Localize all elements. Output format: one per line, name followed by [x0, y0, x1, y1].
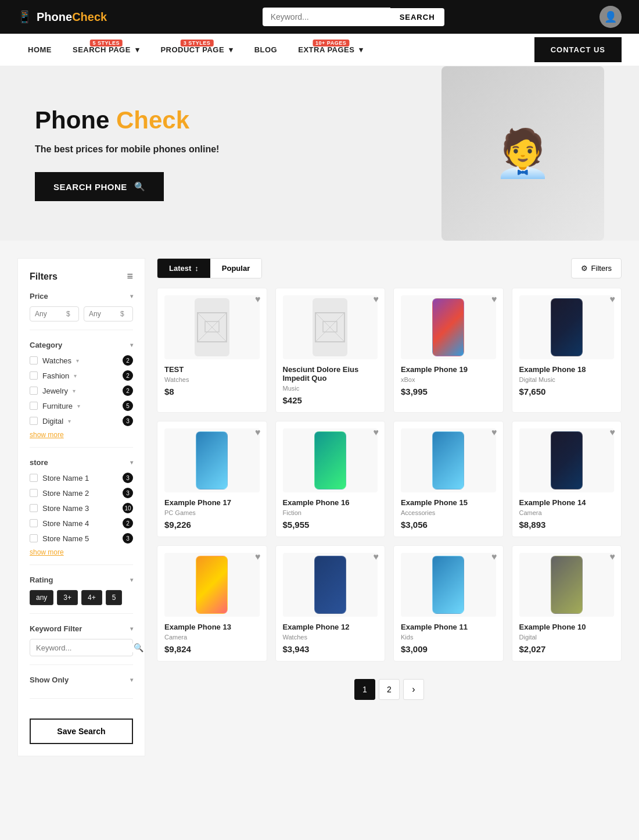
- store4-badge: 2: [123, 518, 133, 528]
- product-store: Accessories: [401, 509, 496, 516]
- product-price: $3,995: [401, 387, 496, 396]
- product-store: Digital: [519, 634, 615, 641]
- fashion-badge: 2: [123, 370, 133, 381]
- store-name-5: Store Name 5 3: [30, 533, 133, 544]
- keyword-input-container: 🔍: [30, 639, 133, 656]
- wishlist-button[interactable]: ♥: [374, 427, 379, 438]
- main-nav: HOME 5 STYLES SEARCH PAGE ▾ 3 STYLES PRO…: [0, 34, 639, 66]
- logo: 📱 PhoneCheck: [17, 10, 107, 24]
- product-card[interactable]: ♥ Example Phone 16 Fiction $5,955: [275, 421, 386, 537]
- rating-any-button[interactable]: any: [30, 590, 53, 605]
- product-name: Example Phone 15: [401, 498, 496, 507]
- product-price: $7,650: [519, 387, 615, 396]
- avatar[interactable]: 👤: [599, 6, 622, 28]
- hero-title-black: Phone: [35, 106, 109, 134]
- product-image: [283, 428, 378, 492]
- product-card[interactable]: ♥ Example Phone 13 Camera $9,824: [157, 545, 267, 662]
- filters-toggle-button[interactable]: ⚙ Filters: [571, 258, 622, 278]
- wishlist-button[interactable]: ♥: [491, 552, 497, 562]
- max-price-field[interactable]: [89, 310, 118, 318]
- furniture-checkbox[interactable]: [30, 402, 38, 410]
- product-price: $425: [283, 395, 378, 405]
- contact-button[interactable]: CONTACT US: [534, 37, 622, 62]
- hero-search-button[interactable]: SEARCH PHONE 🔍: [35, 172, 164, 201]
- store5-checkbox[interactable]: [30, 534, 38, 542]
- watches-arrow-icon: ▾: [76, 358, 79, 364]
- product-store: Camera: [164, 634, 260, 641]
- store1-checkbox[interactable]: [30, 474, 38, 482]
- product-card[interactable]: ♥ Example Phone 17 PC Games $9,226: [157, 421, 267, 537]
- keyword-filter-label[interactable]: Keyword Filter ▾: [30, 624, 133, 633]
- wishlist-button[interactable]: ♥: [255, 427, 261, 438]
- rating-5-button[interactable]: 5: [106, 590, 123, 605]
- logo-check: Check: [72, 10, 107, 23]
- category-digital: Digital ▾ 3: [30, 416, 133, 426]
- product-image: [519, 553, 615, 617]
- product-card[interactable]: ♥ Example Phone 12 Watches $3,943: [275, 545, 386, 662]
- product-store: Camera: [519, 509, 615, 516]
- wishlist-button[interactable]: ♥: [255, 294, 261, 305]
- nav-extra-pages[interactable]: 10+ PAGES EXTRA PAGES ▾: [288, 34, 374, 66]
- price-filter-label[interactable]: Price ▾: [30, 292, 133, 301]
- nav-blog[interactable]: BLOG: [244, 34, 288, 66]
- store2-checkbox[interactable]: [30, 489, 38, 497]
- price-arrow-icon: ▾: [130, 293, 133, 299]
- search-button[interactable]: SEARCH: [390, 8, 444, 26]
- store-show-more[interactable]: show more: [30, 548, 133, 556]
- product-card[interactable]: ♥ Example Phone 11 Kids $3,009: [393, 545, 504, 662]
- product-card[interactable]: ♥ Example Phone 10 Digital $2,027: [512, 545, 622, 662]
- product-card[interactable]: ♥ Example Phone 19 xBox $3,995: [393, 288, 504, 413]
- product-card[interactable]: ♥ Example Phone 14 Camera $8,893: [512, 421, 622, 537]
- show-only-label[interactable]: Show Only ▾: [30, 675, 133, 684]
- wishlist-button[interactable]: ♥: [610, 427, 616, 438]
- watches-checkbox[interactable]: [30, 356, 38, 364]
- nav-home[interactable]: HOME: [17, 34, 62, 66]
- product-card[interactable]: ♥ TEST Watches $8: [157, 288, 267, 413]
- wishlist-button[interactable]: ♥: [610, 294, 616, 305]
- product-price: $3,943: [283, 644, 378, 654]
- wishlist-button[interactable]: ♥: [255, 552, 261, 562]
- search-input[interactable]: [263, 8, 390, 26]
- product-grid: ♥ TEST Watches $8 ♥: [157, 288, 622, 662]
- nav-product-page[interactable]: 3 STYLES PRODUCT PAGE ▾: [150, 34, 243, 66]
- min-price-input[interactable]: $: [30, 306, 79, 321]
- product-card[interactable]: ♥ Example Phone 15 Accessories $3,056: [393, 421, 504, 537]
- wishlist-button[interactable]: ♥: [374, 552, 379, 562]
- tab-popular[interactable]: Popular: [210, 259, 261, 278]
- digital-checkbox[interactable]: [30, 417, 38, 425]
- store4-checkbox[interactable]: [30, 519, 38, 527]
- product-image: [283, 553, 378, 617]
- keyword-filter: Keyword Filter ▾ 🔍: [30, 624, 133, 665]
- hamburger-icon[interactable]: ≡: [127, 270, 133, 283]
- max-price-input[interactable]: $: [84, 306, 133, 321]
- store-filter-label[interactable]: store ▾: [30, 458, 133, 467]
- rating-filter-label[interactable]: Rating ▾: [30, 576, 133, 584]
- category-filter-label[interactable]: Category ▾: [30, 341, 133, 349]
- nav-badge-product: 3 STYLES: [181, 40, 214, 47]
- nav-search-page[interactable]: 5 STYLES SEARCH PAGE ▾: [62, 34, 150, 66]
- jewelry-checkbox[interactable]: [30, 387, 38, 395]
- category-watches: Watches ▾ 2: [30, 355, 133, 366]
- page-1-button[interactable]: 1: [354, 679, 375, 700]
- product-name: Example Phone 18: [519, 365, 615, 374]
- next-page-button[interactable]: ›: [403, 679, 424, 700]
- store3-checkbox[interactable]: [30, 504, 38, 512]
- min-price-field[interactable]: [35, 310, 64, 318]
- hero-title-orange: Check: [116, 106, 189, 134]
- product-card[interactable]: ♥ Nesciunt Dolore Eius Impedit Quo Music…: [275, 288, 386, 413]
- tab-latest[interactable]: Latest ↕: [157, 259, 210, 278]
- rating-3plus-button[interactable]: 3+: [57, 590, 78, 605]
- fashion-checkbox[interactable]: [30, 371, 38, 380]
- wishlist-button[interactable]: ♥: [491, 427, 497, 438]
- pagination: 1 2 ›: [157, 679, 622, 712]
- page-2-button[interactable]: 2: [379, 679, 400, 700]
- product-card[interactable]: ♥ Example Phone 18 Digital Music $7,650: [512, 288, 622, 413]
- save-search-button[interactable]: Save Search: [30, 719, 133, 744]
- wishlist-button[interactable]: ♥: [374, 294, 379, 305]
- keyword-input[interactable]: [36, 644, 134, 652]
- wishlist-button[interactable]: ♥: [491, 294, 497, 305]
- rating-4plus-button[interactable]: 4+: [81, 590, 102, 605]
- category-show-more[interactable]: show more: [30, 431, 133, 439]
- wishlist-button[interactable]: ♥: [610, 552, 616, 562]
- product-name: Nesciunt Dolore Eius Impedit Quo: [283, 365, 378, 383]
